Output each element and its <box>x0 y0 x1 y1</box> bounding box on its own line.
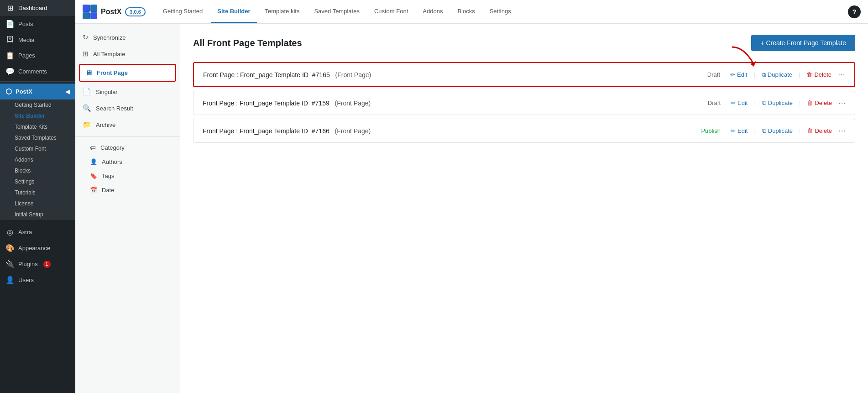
media-icon: 🖼 <box>5 36 15 44</box>
template-2-delete-button[interactable]: 🗑 Delete <box>807 100 832 106</box>
sidebar-item-astra[interactable]: ◎ Astra <box>0 224 75 240</box>
sidebar-item-media[interactable]: 🖼 Media <box>0 32 75 47</box>
sec-sidebar-date[interactable]: 📅 Date <box>75 183 180 197</box>
sidebar-item-dashboard[interactable]: ⊞ Dashboard <box>0 0 75 16</box>
duplicate-icon: ⧉ <box>762 71 766 79</box>
delete-icon: 🗑 <box>806 71 812 78</box>
sidebar-divider-2 <box>0 222 75 222</box>
postx-arrow-icon: ◀ <box>65 88 70 95</box>
page-header: All Front Page Templates + Create Front … <box>193 35 855 51</box>
page-title: All Front Page Templates <box>193 38 302 48</box>
appearance-icon: 🎨 <box>5 244 15 252</box>
sidebar-subitem-addons[interactable]: Addons <box>0 154 75 165</box>
plugins-icon: 🔌 <box>5 260 15 268</box>
sec-sidebar-all-template[interactable]: ⊞ All Template <box>75 46 180 62</box>
sidebar-subitem-settings[interactable]: Settings <box>0 176 75 187</box>
sec-sidebar-front-page[interactable]: 🖥 Front Page <box>80 65 175 81</box>
sidebar-subitem-saved-templates[interactable]: Saved Templates <box>0 132 75 143</box>
sidebar-item-appearance[interactable]: 🎨 Appearance <box>0 240 75 256</box>
template-title-2: Front Page : Front_page Template ID #715… <box>203 100 708 107</box>
comments-icon: 💬 <box>5 67 15 76</box>
pages-icon: 📋 <box>5 51 15 60</box>
sidebar-subitem-site-builder[interactable]: Site Builder <box>0 110 75 121</box>
sidebar-item-posts[interactable]: 📄 Posts <box>0 16 75 32</box>
category-icon: 🏷 <box>90 144 96 151</box>
template-2-edit-button[interactable]: ✏ Edit <box>731 100 748 106</box>
content-area: ↻ Synchronize ⊞ All Template 🖥 Front Pag… <box>75 24 868 393</box>
template-3-duplicate-button[interactable]: ⧉ Duplicate <box>762 127 793 135</box>
tags-icon: 🔖 <box>90 173 97 179</box>
delete-icon-3: 🗑 <box>807 127 813 134</box>
sidebar-subitem-tutorials[interactable]: Tutorials <box>0 187 75 198</box>
template-1-more-button[interactable]: ⋯ <box>838 70 845 79</box>
sidebar-subitem-blocks[interactable]: Blocks <box>0 165 75 176</box>
template-1-duplicate-button[interactable]: ⧉ Duplicate <box>762 71 792 79</box>
sidebar-subitem-custom-font[interactable]: Custom Font <box>0 143 75 154</box>
tab-site-builder[interactable]: Site Builder <box>211 0 256 23</box>
template-2-more-button[interactable]: ⋯ <box>838 99 846 107</box>
template-item: Front Page : Front_page Template ID #715… <box>193 91 855 115</box>
sidebar-subitem-template-kits[interactable]: Template Kits <box>0 121 75 132</box>
template-1-status: Draft <box>707 71 720 78</box>
template-2-status: Draft <box>708 100 721 106</box>
template-3-delete-button[interactable]: 🗑 Delete <box>807 127 832 134</box>
sec-sidebar-separator <box>75 136 180 137</box>
template-row-1-wrapper: Front Page : Front_page Template ID #716… <box>193 62 855 91</box>
dashboard-icon: ⊞ <box>5 4 15 12</box>
sec-sidebar-archive[interactable]: 📁 Archive <box>75 116 180 133</box>
tab-custom-font[interactable]: Custom Font <box>368 0 414 23</box>
sidebar-item-pages[interactable]: 📋 Pages <box>0 47 75 63</box>
template-item: Front Page : Front_page Template ID #716… <box>193 62 855 87</box>
template-1-edit-button[interactable]: ✏ Edit <box>730 71 747 78</box>
version-badge: 3.0.6 <box>125 7 145 16</box>
postx-logo: ⬡ <box>5 87 12 96</box>
edit-icon-3: ✏ <box>731 127 736 134</box>
create-front-page-template-button[interactable]: + Create Front Page Template <box>751 35 855 51</box>
authors-icon: 👤 <box>90 158 97 165</box>
template-3-more-button[interactable]: ⋯ <box>838 126 846 135</box>
search-result-icon: 🔍 <box>83 104 91 112</box>
sec-sidebar-search-result[interactable]: 🔍 Search Result <box>75 100 180 116</box>
template-1-actions: Draft ✏ Edit | ⧉ Duplicate | <box>707 70 845 79</box>
template-3-status: Publish <box>701 127 721 134</box>
synchronize-icon: ↻ <box>83 33 89 42</box>
sidebar-subitem-initial-setup[interactable]: Initial Setup <box>0 209 75 220</box>
template-3-edit-button[interactable]: ✏ Edit <box>731 127 748 134</box>
tab-saved-templates[interactable]: Saved Templates <box>308 0 366 23</box>
tab-getting-started[interactable]: Getting Started <box>157 0 209 23</box>
archive-icon: 📁 <box>83 121 91 129</box>
sec-sidebar-synchronize[interactable]: ↻ Synchronize <box>75 29 180 46</box>
sec-sidebar-tags[interactable]: 🔖 Tags <box>75 169 180 183</box>
logo-area: PostX 3.0.6 <box>83 5 146 19</box>
sidebar-subitem-license[interactable]: License <box>0 198 75 209</box>
duplicate-icon-3: ⧉ <box>762 127 766 135</box>
tab-settings[interactable]: Settings <box>483 0 518 23</box>
help-button[interactable]: ? <box>848 5 861 18</box>
svg-rect-2 <box>83 12 90 19</box>
postx-label: PostX <box>16 88 32 95</box>
sec-sidebar-authors[interactable]: 👤 Authors <box>75 155 180 169</box>
postx-submenu: Getting Started Site Builder Template Ki… <box>0 100 75 220</box>
tab-blocks[interactable]: Blocks <box>451 0 481 23</box>
users-icon: 👤 <box>5 276 15 284</box>
postx-logo-svg <box>83 5 97 19</box>
template-title-1: Front Page : Front_page Template ID #716… <box>203 71 707 79</box>
sidebar-item-comments[interactable]: 💬 Comments <box>0 63 75 79</box>
sec-sidebar-singular[interactable]: 📄 Singular <box>75 84 180 100</box>
svg-rect-1 <box>90 5 97 12</box>
edit-icon-2: ✏ <box>731 100 736 106</box>
template-2-duplicate-button[interactable]: ⧉ Duplicate <box>762 100 793 107</box>
sidebar-item-postx[interactable]: ⬡ PostX ◀ <box>0 84 75 100</box>
sec-sidebar-category[interactable]: 🏷 Category <box>75 141 180 155</box>
page-content: All Front Page Templates + Create Front … <box>180 24 868 393</box>
template-1-delete-button[interactable]: 🗑 Delete <box>806 71 831 78</box>
main-area: PostX 3.0.6 Getting Started Site Builder… <box>75 0 868 393</box>
tab-addons[interactable]: Addons <box>416 0 449 23</box>
sidebar-item-users[interactable]: 👤 Users <box>0 272 75 288</box>
sidebar-subitem-getting-started[interactable]: Getting Started <box>0 100 75 110</box>
template-title-3: Front Page : Front_page Template ID #716… <box>203 127 701 135</box>
sidebar-item-plugins[interactable]: 🔌 Plugins 1 <box>0 256 75 272</box>
svg-rect-3 <box>90 12 97 19</box>
sidebar-divider <box>0 81 75 82</box>
tab-template-kits[interactable]: Template kits <box>259 0 306 23</box>
